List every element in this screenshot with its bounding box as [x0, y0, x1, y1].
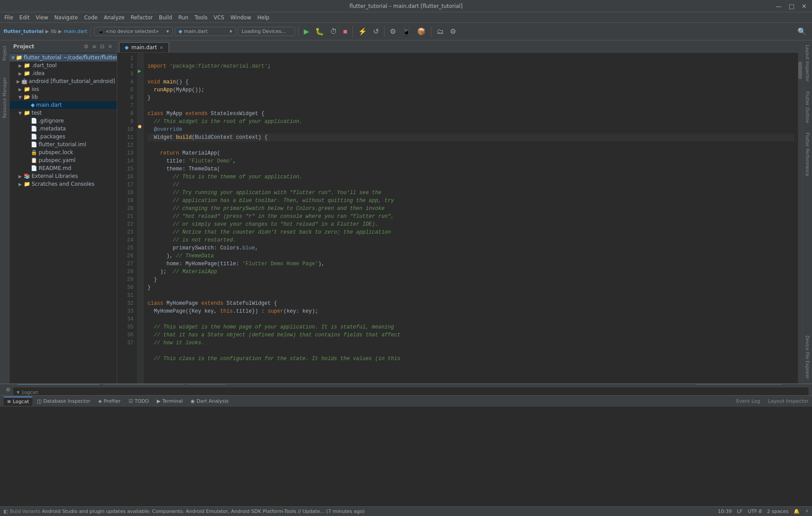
tree-item-dart-tool[interactable]: ▶ 📁 .dart_tool — [10, 61, 117, 69]
file-selector-dropdown[interactable]: ◆ main.dart ▾ — [175, 27, 236, 36]
file-icon: 📄 — [31, 126, 37, 132]
tree-item-label: android [flutter_tutorial_android] — [29, 78, 115, 84]
logcat-clear-icon[interactable]: ⊗ — [4, 385, 12, 393]
minimize-button[interactable]: — — [774, 3, 783, 10]
close-button[interactable]: ✕ — [800, 3, 808, 10]
tree-item-android[interactable]: ▶ 🤖 android [flutter_tutorial_android] — [10, 77, 117, 85]
tree-item-metadata[interactable]: 📄 .metadata — [10, 125, 117, 133]
run-gutter-icon[interactable]: ▶ — [138, 69, 141, 73]
menu-tools[interactable]: Tools — [192, 14, 210, 22]
toolbar-sep-5 — [431, 26, 431, 37]
event-log-link[interactable]: Event Log — [736, 398, 760, 404]
toolbar-sep-2 — [298, 26, 298, 37]
menu-build[interactable]: Build — [156, 14, 175, 22]
status-encoding[interactable]: UTF-8 — [748, 509, 762, 514]
toolbar-lib-label: lib — [51, 29, 57, 34]
menu-analyze[interactable]: Analyze — [101, 14, 127, 22]
menu-vcs[interactable]: VCS — [211, 14, 227, 22]
stop-button[interactable]: ■ — [341, 26, 350, 37]
menu-refactor[interactable]: Refactor — [128, 14, 155, 22]
build-variants-button[interactable]: ⚙ — [388, 25, 398, 37]
menu-window[interactable]: Window — [228, 14, 254, 22]
menu-code[interactable]: Code — [82, 14, 101, 22]
verbose-dropdown[interactable]: Verbose ▾ — [187, 384, 226, 385]
editor-tab-main-dart[interactable]: ◆ main.dart ✕ — [119, 42, 169, 52]
layout-inspector-toggle[interactable]: Layout Inspector — [804, 42, 811, 84]
run-button[interactable]: ▶ — [302, 25, 311, 37]
tree-item-external-libraries[interactable]: ▶ 📚 External Libraries — [10, 172, 117, 180]
tree-item-gitignore[interactable]: 📄 .gitignore — [10, 117, 117, 125]
settings-gear-icon[interactable]: ⚙ — [83, 43, 90, 51]
collapse-icon[interactable]: ≡ — [91, 43, 97, 51]
left-sidebar-strip: Project Resource Manager — [0, 40, 10, 383]
tree-item-lib[interactable]: ▼ 📂 lib — [10, 93, 117, 101]
tab-database-inspector[interactable]: ◫ Database Inspector — [33, 397, 94, 405]
tab-profiler[interactable]: ◈ Profiler — [95, 397, 124, 405]
editor-gutter: ▶ ● — [137, 53, 144, 383]
profiler-tab-icon: ◈ — [98, 398, 102, 404]
logcat-settings-btn[interactable]: ⚙ — [786, 384, 794, 385]
sdk-manager-button[interactable]: 📦 — [415, 25, 428, 37]
show-only-dropdown[interactable]: Show only selected application ▾ — [695, 384, 783, 385]
notifications-icon[interactable]: 🔔 — [794, 509, 800, 514]
build-variants-label[interactable]: Build Variants — [10, 509, 40, 514]
process-dropdown[interactable]: No debuggable processes ▾ — [103, 384, 184, 385]
menu-edit[interactable]: Edit — [17, 14, 32, 22]
status-line-ending[interactable]: LF — [737, 509, 742, 514]
tree-item-scratches[interactable]: ▶ 📁 Scratches and Consoles — [10, 180, 117, 188]
debug-button[interactable]: 🐛 — [313, 25, 326, 37]
tree-item-pubspec-yaml[interactable]: 📋 pubspec.yaml — [10, 156, 117, 164]
tab-close-icon[interactable]: ✕ — [160, 45, 163, 50]
resource-manager-toggle[interactable]: Resource Manager — [1, 74, 8, 122]
bottom-tab-strip: ≡ Logcat ◫ Database Inspector ◈ Profiler… — [0, 395, 812, 407]
device-icon: 📱 — [98, 29, 104, 34]
device-manager-button[interactable]: 📱 — [400, 25, 413, 37]
hot-restart-button[interactable]: ↺ — [371, 25, 381, 37]
tree-item-packages[interactable]: 📄 .packages — [10, 133, 117, 141]
hot-reload-button[interactable]: ⚡ — [356, 25, 369, 37]
device-file-explorer-toggle[interactable]: Device File Explorer — [804, 333, 811, 382]
toolbar-sep-4 — [384, 26, 384, 37]
flutter-performance-toggle[interactable]: Flutter Performance — [804, 130, 811, 179]
tree-item-main-dart[interactable]: ◆ main.dart — [10, 101, 117, 109]
project-structure-button[interactable]: 🗂 — [435, 26, 446, 37]
power-save-icon[interactable]: ⚡ — [805, 509, 808, 514]
menu-view[interactable]: View — [33, 14, 50, 22]
tree-item-pubspec-lock[interactable]: 🔒 pubspec.lock — [10, 148, 117, 156]
tab-todo[interactable]: ☑ TODO — [125, 397, 152, 405]
device-selector-dropdown[interactable]: 📱 <no device selected> ▾ — [94, 27, 173, 36]
tree-item-idea[interactable]: ▶ 📁 .idea — [10, 69, 117, 77]
tab-dart-analysis[interactable]: ◉ Dart Analysis — [187, 397, 232, 405]
status-indent[interactable]: 2 spaces — [767, 509, 789, 514]
tree-arrow-icon: ▼ — [18, 95, 23, 100]
menu-run[interactable]: Run — [176, 14, 191, 22]
flutter-outline-toggle[interactable]: Flutter Outline — [804, 89, 811, 126]
search-everywhere-button[interactable]: 🔍 — [795, 25, 808, 37]
editor-scrollbar[interactable] — [798, 53, 802, 383]
settings-button[interactable]: ⚙ — [448, 25, 458, 37]
tab-logcat[interactable]: ≡ Logcat — [4, 397, 32, 406]
folder-icon: 📁 — [24, 70, 30, 76]
menu-file[interactable]: File — [2, 14, 16, 22]
device-dropdown[interactable]: No connected devices ▾ — [17, 384, 100, 385]
tree-item-ios[interactable]: ▶ 📁 ios — [10, 85, 117, 93]
tree-item-flutter-tutorial[interactable]: ▼ 📁 flutter_tutorial ~/code/flutter/flut… — [10, 54, 117, 61]
main-content-area: Project Resource Manager Project ⚙ ≡ ⊟ ✕… — [0, 40, 812, 383]
menu-help[interactable]: Help — [255, 14, 272, 22]
profile-button[interactable]: ⏱ — [328, 26, 339, 37]
code-content[interactable]: import 'package:flutter/material.dart'; … — [144, 53, 798, 383]
tree-item-test[interactable]: ▼ 📁 test — [10, 109, 117, 117]
close-panel-icon[interactable]: ✕ — [107, 43, 113, 51]
tab-terminal[interactable]: ▶ Terminal — [153, 397, 186, 405]
tree-item-label: lib — [32, 94, 38, 100]
layout-inspector-link[interactable]: Layout Inspector — [768, 398, 808, 404]
menu-navigate[interactable]: Navigate — [52, 14, 81, 22]
maximize-button[interactable]: □ — [787, 3, 796, 10]
terminal-tab-icon: ▶ — [157, 398, 160, 404]
code-editor[interactable]: 12345 678910 1112131415 1617181920 21222… — [117, 53, 802, 383]
tree-item-iml[interactable]: 📄 flutter_tutorial.iml — [10, 141, 117, 148]
logcat-minimize-btn[interactable]: — — [797, 384, 805, 385]
tree-item-readme[interactable]: 📄 README.md — [10, 164, 117, 172]
project-panel-toggle[interactable]: Project — [1, 42, 8, 64]
horizontal-split-icon[interactable]: ⊟ — [99, 43, 105, 51]
